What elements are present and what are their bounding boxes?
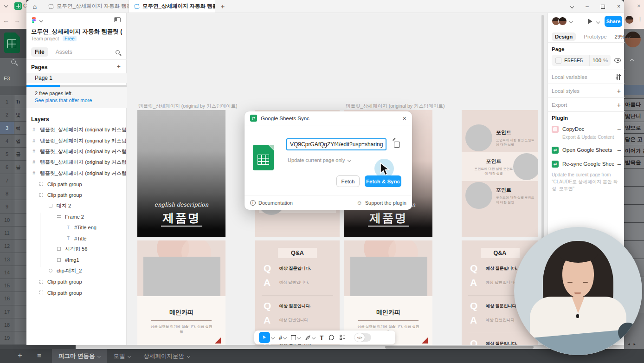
chevron-down-icon[interactable] xyxy=(283,336,287,339)
figma-tab-active[interactable]: 모두연_상세페이지 자동화 템플릿 ( × xyxy=(129,0,215,13)
layer-row[interactable]: Clip path group xyxy=(26,189,127,200)
sheet-row[interactable]: 5글 xyxy=(0,148,26,161)
cell-preview[interactable] xyxy=(624,222,644,240)
plugin-row[interactable]: CopyDoc– xyxy=(548,123,625,135)
canvas-frame-points[interactable]: 포인트포인트에 대한 설명 포인트에 대한 설명포인트포인트에 대한 설명 포인… xyxy=(462,110,538,237)
canvas-frame-qa[interactable]: Q&A Q예상 질문입니다.A예상 답변입니다.Q예상 질문입니다.A예상 답변… xyxy=(255,240,340,345)
canvas-frame-maincopy[interactable]: 메인카피 상품 설명을 여기에 적습니다. 상품 설명을 xyxy=(344,240,432,345)
layer-row[interactable]: #템플릿_상세페이지 (original by 커스텀메이트) xyxy=(26,124,127,135)
chevron-down-icon[interactable] xyxy=(39,18,43,22)
cell-preview[interactable] xyxy=(14,240,26,252)
add-export-icon[interactable]: + xyxy=(617,101,621,109)
cell-preview[interactable]: 담은 고 xyxy=(624,133,644,145)
cell-preview[interactable]: 빛난니 xyxy=(624,110,644,122)
cell-preview[interactable] xyxy=(14,331,26,344)
share-button[interactable]: Share xyxy=(605,16,622,27)
cell-preview[interactable] xyxy=(14,214,26,226)
layer-row[interactable]: #Img1 xyxy=(26,255,127,266)
cell-preview[interactable]: 빛 xyxy=(14,108,26,121)
sheet-row[interactable]: 19 xyxy=(0,331,26,344)
export-row[interactable]: Export + xyxy=(548,97,625,111)
search-icon[interactable] xyxy=(116,50,120,54)
avatar[interactable] xyxy=(558,17,567,26)
sheets-hscrollbar-track[interactable] xyxy=(76,345,624,349)
support-link[interactable]: ☺ Support the plugin xyxy=(356,200,406,206)
pen-tool[interactable] xyxy=(305,335,311,341)
text-tool[interactable]: T xyxy=(320,334,323,341)
sheet-tab[interactable]: 피그마 연동용 xyxy=(52,349,107,363)
frame-label[interactable]: 템플릿_상세페이지 (original by 커스텀메이트) xyxy=(138,103,238,110)
menu-dots-icon[interactable]: ⋮ xyxy=(637,15,643,22)
cell-preview[interactable]: 이어가 걸 xyxy=(624,145,644,156)
sheet-row[interactable]: 15 xyxy=(0,279,26,292)
sheet-row[interactable]: 16 xyxy=(0,292,26,305)
page-color-field[interactable]: F5F5F5 xyxy=(552,55,589,66)
cell-preview[interactable]: 럭 xyxy=(14,122,26,134)
move-tool[interactable] xyxy=(259,332,270,343)
page-opacity-field[interactable]: 100 % xyxy=(589,55,611,66)
canvas-frame-cover[interactable]: english description 제품명 xyxy=(137,110,225,237)
add-sheet-icon[interactable]: + xyxy=(18,351,22,360)
collapse-icon[interactable] xyxy=(630,59,634,63)
figma-logo-icon[interactable] xyxy=(31,17,37,23)
variables-icon[interactable] xyxy=(615,74,621,80)
minimize-icon[interactable]: – xyxy=(586,3,589,10)
cell-preview[interactable] xyxy=(624,186,644,204)
chevron-down-icon[interactable] xyxy=(312,336,316,339)
cell-name-box[interactable]: F3 xyxy=(4,76,10,81)
fetch-button[interactable]: Fetch xyxy=(336,175,360,187)
sheet-row[interactable]: 3럭 xyxy=(0,122,26,135)
home-icon[interactable]: ⌂ xyxy=(26,0,43,13)
sheets-scroll-arrows[interactable]: ◂▸ xyxy=(628,342,639,346)
figma-tab-inactive[interactable]: 모두연_상세페이지 자동화 템플릿 (Cop xyxy=(43,0,129,13)
layer-row[interactable]: #템플릿_상세페이지 (original by 커스텀메이트) xyxy=(26,157,127,168)
search-icon[interactable] xyxy=(11,59,16,64)
cell-preview[interactable] xyxy=(14,174,26,187)
remove-plugin-icon[interactable]: – xyxy=(618,161,621,168)
add-page-icon[interactable]: + xyxy=(117,63,121,70)
layer-row[interactable]: Clip path group xyxy=(26,287,127,298)
sheet-row[interactable]: 4엘 xyxy=(0,135,26,148)
cell-preview[interactable] xyxy=(14,266,26,279)
cell-preview[interactable]: 글 xyxy=(14,148,26,160)
sheet-row[interactable]: 6블 xyxy=(0,161,26,174)
color-swatch[interactable] xyxy=(555,58,561,64)
remove-plugin-icon[interactable]: – xyxy=(618,147,621,154)
file-title[interactable]: 모두연_상세페이지 자동화 템플릿 (Copy) xyxy=(31,28,122,36)
layer-row[interactable]: T#Title xyxy=(26,233,127,244)
plugin-row[interactable]: ⇄Open Google Sheets Sync– xyxy=(548,144,625,156)
page-item[interactable]: Page 1 xyxy=(26,73,127,83)
close-window-icon[interactable]: × xyxy=(617,3,620,10)
cell-preview[interactable]: 발목을 xyxy=(624,156,644,168)
sheet-row[interactable]: 14 xyxy=(0,266,26,279)
sheet-tab[interactable]: 상세페이지문안 xyxy=(137,349,196,363)
tab-design[interactable]: Design xyxy=(552,32,576,41)
sheet-row[interactable]: 18 xyxy=(0,318,26,331)
layer-row[interactable]: clip-대지_2 xyxy=(26,266,127,276)
remove-plugin-icon[interactable]: – xyxy=(618,126,621,133)
update-scope-dropdown[interactable]: Update current page only xyxy=(288,157,351,163)
cell-preview[interactable]: 블 xyxy=(14,161,26,173)
sheet-row[interactable]: 17 xyxy=(0,305,26,318)
sheet-row[interactable]: 13 xyxy=(0,253,26,266)
local-styles-row[interactable]: Local styles + xyxy=(548,84,625,97)
tab-file[interactable]: File xyxy=(31,47,48,57)
all-sheets-icon[interactable]: ≡ xyxy=(37,351,41,359)
canvas-frame-maincopy[interactable]: 메인카피 상품 설명을 여기에 적습니다. 상품 설명을 xyxy=(137,240,225,345)
tab-assets[interactable]: Assets xyxy=(52,47,76,57)
cell-preview[interactable] xyxy=(14,318,26,331)
project-name[interactable]: Team project xyxy=(31,36,59,41)
window-menu-icon[interactable] xyxy=(570,5,574,8)
cell-preview[interactable] xyxy=(624,168,644,186)
fetch-sync-button[interactable]: Fetch & Sync xyxy=(365,175,401,187)
cell-preview[interactable]: Ti xyxy=(14,95,26,108)
sheets-hscrollbar-thumb[interactable] xyxy=(385,346,534,349)
layer-row[interactable]: 사각형 56 xyxy=(26,244,127,254)
local-variables-row[interactable]: Local variables xyxy=(548,70,625,84)
cell-preview[interactable] xyxy=(14,227,26,239)
cell-preview[interactable] xyxy=(14,253,26,266)
clipboard-paste-icon[interactable] xyxy=(392,140,400,148)
close-icon[interactable]: × xyxy=(637,2,641,9)
chevron-down-icon[interactable] xyxy=(297,336,301,339)
frame-label[interactable]: 템플릿_상세페이지 (original by 커스텀메이트) xyxy=(346,103,445,110)
